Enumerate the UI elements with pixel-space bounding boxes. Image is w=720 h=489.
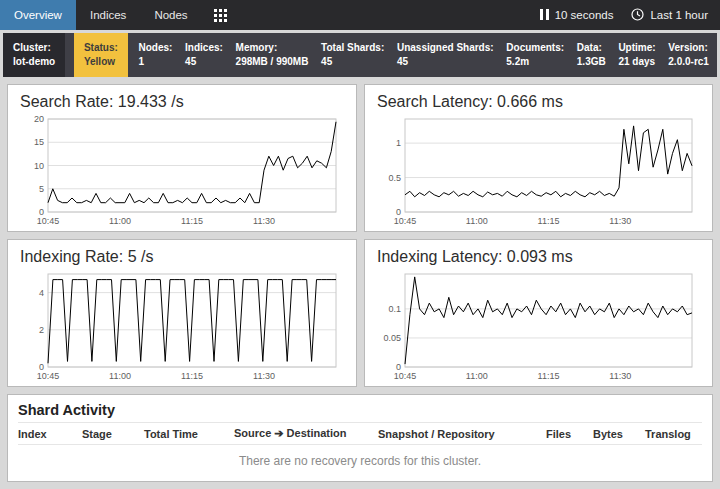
svg-text:11:15: 11:15 [181, 371, 203, 381]
stat-label: Memory: [236, 41, 309, 56]
status-value: Yellow [84, 55, 118, 70]
svg-text:20: 20 [34, 114, 44, 124]
stat-label: Total Shards: [321, 41, 384, 56]
apps-grid-icon[interactable] [202, 0, 239, 30]
stat-memory: Memory: 298MB / 990MB [234, 33, 311, 77]
time-range-label: Last 1 hour [650, 9, 708, 21]
stat-label: Documents: [506, 41, 564, 56]
top-nav: Overview Indices Nodes 10 seconds [0, 0, 720, 30]
stat-value: 1 [139, 55, 173, 70]
stat-value: 298MB / 990MB [236, 55, 309, 70]
stat-label: Indices: [185, 41, 223, 56]
stat-value: 45 [185, 55, 223, 70]
svg-text:11:00: 11:00 [109, 371, 131, 381]
stat-nodes: Nodes: 1 [137, 33, 175, 77]
svg-text:11:30: 11:30 [609, 371, 631, 381]
time-range-picker[interactable]: Last 1 hour [631, 8, 708, 23]
svg-text:15: 15 [34, 137, 44, 147]
panel-indexing-latency: Indexing Latency: 0.093 ms 00.050.110:45… [364, 239, 713, 387]
cluster-value: lot-demo [13, 55, 55, 70]
stat-version: Version: 2.0.0-rc1 [666, 33, 711, 77]
svg-text:4: 4 [39, 288, 44, 298]
stat-documents: Documents: 5.2m [504, 33, 566, 77]
svg-text:11:15: 11:15 [538, 371, 560, 381]
stat-label: Data: [577, 41, 606, 56]
cluster-status-bar: Cluster: lot-demo Status: Yellow Nodes: … [3, 33, 717, 77]
stat-unassigned-shards: Unassigned Shards: 45 [395, 33, 496, 77]
svg-text:0.5: 0.5 [388, 173, 401, 183]
stat-uptime: Uptime: 21 days [616, 33, 657, 77]
search-rate-chart[interactable]: 0510152010:4511:0011:1511:30 [18, 113, 346, 227]
col-source-destination: Source ➔ Destination [234, 427, 378, 440]
svg-text:5: 5 [39, 184, 44, 194]
svg-text:10:45: 10:45 [394, 371, 417, 381]
tab-overview[interactable]: Overview [0, 0, 76, 30]
stat-value: 2.0.0-rc1 [668, 55, 709, 70]
svg-text:11:00: 11:00 [466, 216, 488, 226]
clock-icon [631, 8, 644, 23]
svg-text:2: 2 [39, 325, 44, 335]
chart-title-search-rate: Search Rate: 19.433 /s [20, 93, 346, 111]
refresh-interval-label: 10 seconds [555, 9, 614, 21]
stat-label: Uptime: [618, 41, 655, 56]
cluster-status-badge: Status: Yellow [74, 33, 128, 77]
chart-title-search-latency: Search Latency: 0.666 ms [377, 93, 702, 111]
col-files: Files [546, 428, 593, 440]
pause-icon [540, 9, 549, 22]
monitoring-app: Overview Indices Nodes 10 seconds [0, 0, 720, 489]
col-translog: Translog [645, 428, 702, 440]
col-stage: Stage [82, 428, 144, 440]
stat-value: 45 [397, 55, 494, 70]
svg-text:0.1: 0.1 [388, 304, 401, 314]
stat-value: 45 [321, 55, 384, 70]
indexing-rate-chart[interactable]: 02410:4511:0011:1511:30 [18, 268, 346, 382]
svg-text:11:00: 11:00 [466, 371, 488, 381]
stat-label: Version: [668, 41, 709, 56]
svg-text:10:45: 10:45 [394, 216, 417, 226]
search-latency-chart[interactable]: 00.5110:4511:0011:1511:30 [375, 113, 702, 227]
shard-table-header: Index Stage Total Time Source ➔ Destinat… [18, 422, 702, 445]
tab-nodes[interactable]: Nodes [140, 0, 201, 30]
col-index: Index [18, 428, 82, 440]
svg-text:11:30: 11:30 [253, 371, 275, 381]
stat-label: Nodes: [139, 41, 173, 56]
shard-activity-panel: Shard Activity Index Stage Total Time So… [7, 394, 713, 482]
refresh-pause-control[interactable]: 10 seconds [540, 9, 614, 22]
svg-text:11:30: 11:30 [609, 216, 631, 226]
svg-text:11:30: 11:30 [253, 216, 275, 226]
chart-title-indexing-rate: Indexing Rate: 5 /s [20, 248, 346, 266]
svg-text:11:00: 11:00 [109, 216, 131, 226]
status-label: Status: [84, 41, 118, 56]
panel-indexing-rate: Indexing Rate: 5 /s 02410:4511:0011:1511… [7, 239, 357, 387]
col-bytes: Bytes [593, 428, 645, 440]
nav-right-controls: 10 seconds Last 1 hour [540, 0, 720, 30]
svg-text:10:45: 10:45 [37, 371, 60, 381]
col-total-time: Total Time [144, 428, 234, 440]
svg-text:0.05: 0.05 [383, 333, 401, 343]
svg-text:10:45: 10:45 [37, 216, 60, 226]
stat-indices: Indices: 45 [183, 33, 225, 77]
stat-value: 5.2m [506, 55, 564, 70]
panel-search-latency: Search Latency: 0.666 ms 00.5110:4511:00… [364, 84, 713, 232]
cluster-label: Cluster: [13, 41, 55, 56]
shard-activity-title: Shard Activity [18, 402, 702, 418]
cluster-name-badge: Cluster: lot-demo [3, 33, 65, 77]
stat-value: 21 days [618, 55, 655, 70]
indexing-latency-chart[interactable]: 00.050.110:4511:0011:1511:30 [375, 268, 702, 382]
svg-text:11:15: 11:15 [181, 216, 203, 226]
tab-indices[interactable]: Indices [76, 0, 140, 30]
shard-empty-message: There are no recovery records for this c… [18, 445, 702, 476]
chart-title-indexing-latency: Indexing Latency: 0.093 ms [377, 248, 702, 266]
charts-grid: Search Rate: 19.433 /s 0510152010:4511:0… [0, 77, 720, 394]
panel-search-rate: Search Rate: 19.433 /s 0510152010:4511:0… [7, 84, 357, 232]
col-snapshot-repository: Snapshot / Repository [378, 428, 546, 440]
stat-value: 1.3GB [577, 55, 606, 70]
stat-data: Data: 1.3GB [575, 33, 608, 77]
svg-text:10: 10 [34, 161, 44, 171]
svg-text:1: 1 [396, 138, 401, 148]
stat-label: Unassigned Shards: [397, 41, 494, 56]
svg-text:11:15: 11:15 [538, 216, 560, 226]
stat-total-shards: Total Shards: 45 [319, 33, 386, 77]
